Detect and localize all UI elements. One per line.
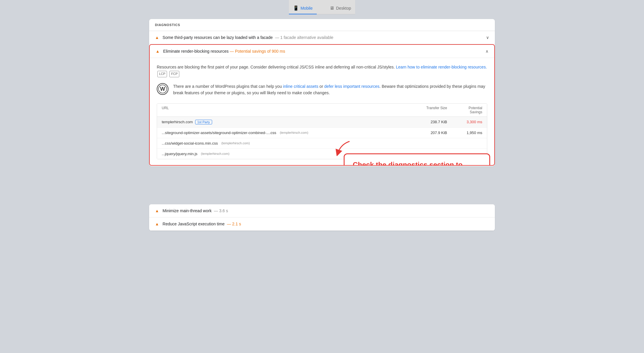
col-url: URL (162, 106, 406, 114)
fcp-badge: FCP (169, 71, 179, 77)
savings-2: 1,950 ms (447, 131, 482, 135)
mobile-icon: 📱 (293, 5, 299, 11)
callout-text: Check the diagnostics section to learn m… (353, 160, 481, 166)
tab-mobile-label: Mobile (301, 6, 313, 11)
expanded-savings: — Potential savings of 900 ms (230, 49, 285, 54)
tab-desktop[interactable]: 🖥 Desktop (326, 3, 355, 14)
chevron-down-icon: ∨ (486, 35, 489, 40)
collapsed-audit-text: Some third-party resources can be lazy l… (163, 35, 483, 40)
description-text: Resources are blocking the first paint o… (157, 64, 487, 77)
expanded-audit-label: Eliminate render-blocking resources (163, 49, 229, 54)
bottom-audit-savings-2: — 2.1 s (227, 222, 241, 226)
url-cell-3: ...css/widget-social-icons.min.css (temp… (162, 141, 406, 145)
table-header: URL Transfer Size Potential Savings (157, 104, 487, 117)
domain-4: (templerhirsch.com) (201, 152, 229, 155)
savings-1: 3,300 ms (447, 120, 482, 124)
tab-desktop-label: Desktop (336, 6, 351, 11)
bottom-audit-savings-1: — 3.6 s (214, 208, 228, 213)
warning-icon-3: ▲ (155, 208, 159, 213)
bottom-audit-text-1: Minimize main-thread work — 3.6 s (163, 208, 489, 213)
svg-text:W: W (160, 86, 165, 92)
wordpress-logo: W (157, 83, 168, 95)
diagnostics-title: DIAGNOSTICS (149, 19, 495, 31)
url-3: ...css/widget-social-icons.min.css (162, 141, 218, 145)
table-row: templerhirsch.com 1st Party 238.7 KiB 3,… (157, 117, 487, 128)
wp-info: W There are a number of WordPress plugin… (157, 82, 487, 97)
table-row: ...css/widget-social-icons.min.css (temp… (157, 138, 487, 149)
warning-icon-4: ▲ (155, 222, 159, 226)
collapsed-audit-label: Some third-party resources can be lazy l… (163, 35, 273, 40)
url-cell-2: ...siteground-optimizer-assets/sitegroun… (162, 131, 406, 135)
warning-icon-1: ▲ (155, 35, 159, 40)
diagnostics-panel: DIAGNOSTICS ▲ Some third-party resources… (149, 19, 495, 166)
bottom-audit-text-2: Reduce JavaScript execution time — 2.1 s (163, 222, 489, 226)
table-section: URL Transfer Size Potential Savings temp… (157, 103, 487, 159)
expanded-panel: ▲ Eliminate render-blocking resources — … (149, 44, 495, 166)
size-2: 207.9 KiB (406, 131, 447, 135)
inline-assets-link[interactable]: inline critical assets (283, 84, 318, 89)
defer-resources-link[interactable]: defer less important resources (324, 84, 379, 89)
expanded-title: Eliminate render-blocking resources — Po… (163, 49, 483, 54)
callout-box: Check the diagnostics section to learn m… (344, 153, 490, 166)
expanded-header[interactable]: ▲ Eliminate render-blocking resources — … (150, 45, 494, 58)
size-1: 238.7 KiB (406, 120, 447, 124)
expanded-body: Resources are blocking the first paint o… (150, 58, 494, 165)
table-row: ...siteground-optimizer-assets/sitegroun… (157, 128, 487, 138)
col-transfer-size: Transfer Size (406, 106, 447, 114)
resources-table: URL Transfer Size Potential Savings temp… (157, 103, 487, 159)
page-wrapper: DIAGNOSTICS ▲ Some third-party resources… (149, 19, 495, 231)
warning-icon-2: ▲ (156, 49, 160, 54)
domain-2: (templerhirsch.com) (280, 131, 308, 134)
bottom-audit-row-2[interactable]: ▲ Reduce JavaScript execution time — 2.1… (149, 217, 495, 231)
url-4: ...jquery/jquery.min.js (162, 152, 197, 156)
first-party-badge: 1st Party (195, 120, 212, 124)
col-potential-savings: Potential Savings (447, 106, 482, 114)
chevron-up-icon: ∧ (485, 49, 488, 54)
lcp-badge: LCP (157, 71, 167, 77)
bottom-audits-panel: ▲ Minimize main-thread work — 3.6 s ▲ Re… (149, 204, 495, 231)
bottom-audit-label-2: Reduce JavaScript execution time (163, 222, 225, 226)
url-cell-1: templerhirsch.com 1st Party (162, 120, 406, 124)
collapsed-audit-savings: — 1 facade alternative available (275, 35, 333, 40)
desktop-icon: 🖥 (330, 6, 334, 11)
url-1: templerhirsch.com (162, 120, 193, 124)
wp-text: There are a number of WordPress plugins … (173, 83, 487, 96)
bottom-audit-row-1[interactable]: ▲ Minimize main-thread work — 3.6 s (149, 204, 495, 217)
bottom-audit-label-1: Minimize main-thread work (163, 208, 212, 213)
url-2: ...siteground-optimizer-assets/sitegroun… (162, 131, 276, 135)
tab-mobile[interactable]: 📱 Mobile (289, 3, 317, 14)
domain-3: (templerhirsch.com) (221, 141, 250, 145)
nav-tabs: 📱 Mobile 🖥 Desktop (289, 0, 355, 14)
collapsed-audit-row[interactable]: ▲ Some third-party resources can be lazy… (149, 31, 495, 44)
learn-more-link[interactable]: Learn how to eliminate render-blocking r… (396, 65, 487, 69)
